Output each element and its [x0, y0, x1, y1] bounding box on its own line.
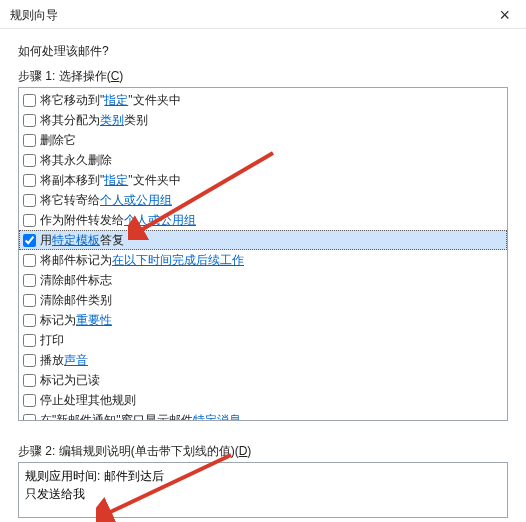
step2-section: 步骤 2: 编辑规则说明(单击带下划线的值)(D) 规则应用时间: 邮件到达后 …: [18, 443, 508, 518]
action-row[interactable]: 将其永久删除: [19, 150, 507, 170]
action-row[interactable]: 标记为 重要性: [19, 310, 507, 330]
action-text: 答复: [100, 231, 124, 249]
action-text: 打印: [40, 331, 64, 349]
question-label: 如何处理该邮件?: [18, 43, 508, 60]
action-checkbox[interactable]: [23, 254, 36, 267]
close-icon[interactable]: ×: [493, 4, 516, 26]
action-link[interactable]: 类别: [100, 111, 124, 129]
action-checkbox[interactable]: [23, 394, 36, 407]
description-line: 只发送给我: [25, 485, 501, 503]
action-row[interactable]: 将邮件标记为 在以下时间完成后续工作: [19, 250, 507, 270]
action-text: 删除它: [40, 131, 76, 149]
action-text: 将其分配为: [40, 111, 100, 129]
action-text: 将邮件标记为: [40, 251, 112, 269]
action-checkbox[interactable]: [23, 374, 36, 387]
action-checkbox[interactable]: [23, 274, 36, 287]
action-link[interactable]: 特定模板: [52, 231, 100, 249]
action-row[interactable]: 将它移动到"指定"文件夹中: [19, 90, 507, 110]
titlebar: 规则向导 ×: [0, 0, 526, 29]
action-text: 标记为已读: [40, 371, 100, 389]
action-link[interactable]: 在以下时间完成后续工作: [112, 251, 244, 269]
action-link[interactable]: 声音: [64, 351, 88, 369]
action-row[interactable]: 标记为已读: [19, 370, 507, 390]
action-text: 停止处理其他规则: [40, 391, 136, 409]
step1-label-prefix: 步骤 1: 选择操作(: [18, 69, 111, 83]
action-row[interactable]: 用 特定模板 答复: [19, 230, 507, 250]
action-row[interactable]: 停止处理其他规则: [19, 390, 507, 410]
action-text: "文件夹中: [128, 91, 180, 109]
action-text: 类别: [124, 111, 148, 129]
action-text: 播放: [40, 351, 64, 369]
step1-label: 步骤 1: 选择操作(C): [18, 68, 508, 85]
action-row[interactable]: 删除它: [19, 130, 507, 150]
action-text: 作为附件转发给: [40, 211, 124, 229]
action-checkbox[interactable]: [23, 114, 36, 127]
action-checkbox[interactable]: [23, 194, 36, 207]
action-row[interactable]: 清除邮件标志: [19, 270, 507, 290]
action-row[interactable]: 作为附件转发给 个人或公用组: [19, 210, 507, 230]
action-checkbox[interactable]: [23, 154, 36, 167]
action-checkbox[interactable]: [23, 134, 36, 147]
action-checkbox[interactable]: [23, 414, 36, 422]
action-text: "文件夹中: [128, 171, 180, 189]
action-row[interactable]: 播放 声音: [19, 350, 507, 370]
action-text: 将它转寄给: [40, 191, 100, 209]
action-checkbox[interactable]: [23, 214, 36, 227]
action-text: 将它移动到": [40, 91, 104, 109]
action-link[interactable]: 指定: [104, 171, 128, 189]
step2-label-prefix: 步骤 2: 编辑规则说明(单击带下划线的值)(: [18, 444, 239, 458]
action-checkbox[interactable]: [23, 354, 36, 367]
dialog-title: 规则向导: [10, 7, 58, 24]
action-checkbox[interactable]: [23, 294, 36, 307]
action-checkbox[interactable]: [23, 174, 36, 187]
rule-description-box[interactable]: 规则应用时间: 邮件到达后 只发送给我: [18, 462, 508, 518]
step2-label: 步骤 2: 编辑规则说明(单击带下划线的值)(D): [18, 443, 508, 460]
action-checkbox[interactable]: [23, 334, 36, 347]
action-text: 将其永久删除: [40, 151, 112, 169]
action-text: 将副本移到": [40, 171, 104, 189]
action-text: 清除邮件标志: [40, 271, 112, 289]
action-text: 标记为: [40, 311, 76, 329]
action-row[interactable]: 在"新邮件通知"窗口显示邮件 特定消息: [19, 410, 507, 421]
action-text: 用: [40, 231, 52, 249]
action-link[interactable]: 个人或公用组: [100, 191, 172, 209]
description-line: 规则应用时间: 邮件到达后: [25, 467, 501, 485]
action-link[interactable]: 指定: [104, 91, 128, 109]
action-link[interactable]: 特定消息: [193, 411, 241, 421]
action-checkbox[interactable]: [23, 234, 36, 247]
action-checkbox[interactable]: [23, 314, 36, 327]
action-row[interactable]: 将副本移到"指定"文件夹中: [19, 170, 507, 190]
actions-listbox[interactable]: 将它移动到"指定"文件夹中将其分配为 类别 类别删除它将其永久删除将副本移到"指…: [18, 87, 508, 421]
step1-label-suffix: ): [119, 69, 123, 83]
step2-label-suffix: ): [247, 444, 251, 458]
action-text: 清除邮件类别: [40, 291, 112, 309]
action-row[interactable]: 清除邮件类别: [19, 290, 507, 310]
action-link[interactable]: 个人或公用组: [124, 211, 196, 229]
action-row[interactable]: 打印: [19, 330, 507, 350]
action-row[interactable]: 将它转寄给 个人或公用组: [19, 190, 507, 210]
dialog-content: 如何处理该邮件? 步骤 1: 选择操作(C) 将它移动到"指定"文件夹中将其分配…: [0, 29, 526, 518]
action-row[interactable]: 将其分配为 类别 类别: [19, 110, 507, 130]
action-link[interactable]: 重要性: [76, 311, 112, 329]
action-checkbox[interactable]: [23, 94, 36, 107]
action-text: 在"新邮件通知"窗口显示邮件: [40, 411, 193, 421]
